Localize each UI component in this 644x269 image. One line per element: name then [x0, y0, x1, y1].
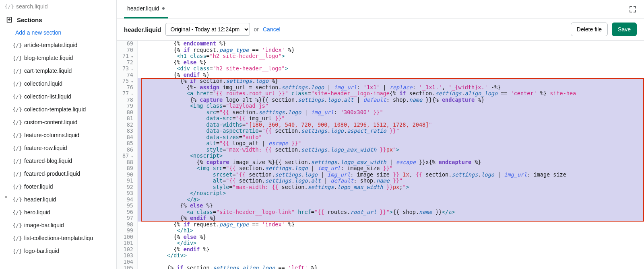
sidebar-file[interactable]: {/} custom-content.liquid: [11, 116, 113, 129]
sidebar-file[interactable]: {/} footer.liquid: [11, 180, 113, 193]
sections-toggle[interactable]: Sections: [3, 13, 113, 27]
sidebar-file[interactable]: {/} article-template.liquid: [11, 39, 113, 51]
code-icon: {/}: [14, 41, 21, 49]
code-icon: {/}: [14, 183, 21, 190]
tabbar: header.liquid: [117, 0, 644, 18]
tab-label: header.liquid: [127, 5, 159, 12]
file-label: custom-content.liquid: [24, 119, 77, 125]
or-label: or: [254, 26, 259, 33]
file-label: hero.liquid: [24, 209, 50, 216]
sidebar-file[interactable]: {/} featured-product.liquid: [11, 167, 113, 180]
file-subbar: header.liquid Original - Today at 12:24p…: [117, 18, 644, 41]
file-label: featured-product.liquid: [24, 170, 80, 177]
code-icon: {/}: [14, 247, 21, 255]
file-label: blog-template.liquid: [24, 55, 73, 61]
file-title: header.liquid: [124, 26, 161, 33]
file-label: featured-blog.liquid: [24, 158, 72, 164]
code-icon: {/}: [14, 234, 21, 242]
code-icon: {/}: [14, 93, 21, 100]
file-label: header.liquid: [24, 196, 56, 203]
sidebar-file[interactable]: {/} collection-template.liquid: [11, 103, 113, 116]
file-label: collection.liquid: [24, 80, 62, 87]
code-icon: {/}: [14, 170, 21, 177]
file-label: list-collections-template.liqu: [24, 235, 93, 241]
file-label: image-bar.liquid: [24, 222, 64, 228]
sidebar-file[interactable]: {/} image-bar.liquid: [11, 219, 113, 232]
file-label: logo-bar.liquid: [24, 248, 59, 254]
sidebar: {/} search.liquid Sections Add a new sec…: [0, 0, 117, 269]
code-icon: {/}: [14, 157, 21, 164]
delete-file-button[interactable]: Delete file: [571, 23, 608, 36]
file-label: search.liquid: [16, 3, 48, 10]
sidebar-file[interactable]: {/} featured-blog.liquid: [11, 154, 113, 167]
version-select[interactable]: Original - Today at 12:24pm: [165, 23, 250, 36]
main: header.liquid header.liquid Original - T…: [117, 0, 644, 269]
sidebar-file[interactable]: {/} hero.liquid: [11, 206, 113, 219]
code-icon: {/}: [6, 3, 13, 10]
file-label: collection-list.liquid: [24, 93, 71, 100]
modified-dot-icon: [5, 196, 7, 198]
sidebar-file[interactable]: {/} feature-row.liquid: [11, 142, 113, 154]
file-label: collection-template.liquid: [24, 106, 86, 113]
file-label: article-template.liquid: [24, 42, 77, 48]
code-icon: {/}: [14, 119, 21, 126]
code-editor[interactable]: 6970717273747576777879808182838485868788…: [117, 41, 644, 269]
cancel-link[interactable]: Cancel: [263, 26, 281, 33]
line-gutter: 6970717273747576777879808182838485868788…: [117, 41, 138, 269]
sidebar-file[interactable]: {/} collection.liquid: [11, 77, 113, 90]
code-icon: {/}: [14, 106, 21, 113]
add-section-link[interactable]: Add a new section: [3, 27, 113, 39]
code-icon: {/}: [14, 80, 21, 87]
code-area[interactable]: {% endcomment %} {% if request.page_type…: [138, 41, 644, 269]
tab-header-liquid[interactable]: header.liquid: [124, 0, 168, 18]
sidebar-file[interactable]: {/} blog-template.liquid: [11, 51, 113, 64]
sections-header-label: Sections: [17, 16, 42, 23]
code-icon: {/}: [14, 131, 21, 139]
unsaved-dot-icon: [162, 7, 165, 10]
sidebar-file[interactable]: {/} cart-template.liquid: [11, 64, 113, 77]
code-icon: {/}: [14, 222, 21, 229]
code-icon: {/}: [14, 196, 21, 203]
code-icon: {/}: [14, 144, 21, 152]
file-label: feature-row.liquid: [24, 145, 67, 151]
sidebar-file[interactable]: {/} logo-bar.liquid: [11, 244, 113, 257]
file-label: feature-columns.liquid: [24, 132, 79, 138]
file-label: cart-template.liquid: [24, 68, 72, 74]
code-icon: {/}: [14, 209, 21, 216]
file-label: footer.liquid: [24, 183, 53, 190]
sidebar-file[interactable]: {/} collection-list.liquid: [11, 90, 113, 103]
sidebar-file[interactable]: {/} feature-columns.liquid: [11, 129, 113, 142]
save-button[interactable]: Save: [612, 23, 637, 36]
expand-icon[interactable]: [629, 5, 637, 13]
download-icon: [6, 16, 13, 23]
code-icon: {/}: [14, 54, 21, 62]
sidebar-file[interactable]: {/} header.liquid: [11, 193, 113, 206]
code-icon: {/}: [14, 67, 21, 74]
sidebar-file[interactable]: {/} list-collections-template.liqu: [11, 232, 113, 244]
sidebar-file-search[interactable]: {/} search.liquid: [3, 0, 113, 13]
